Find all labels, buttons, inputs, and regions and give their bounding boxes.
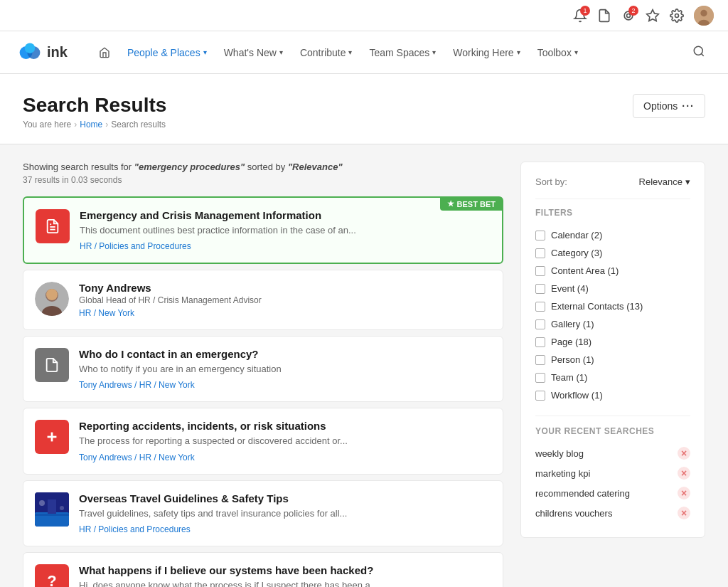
filter-calendar[interactable]: Calendar (2) <box>535 226 690 244</box>
topbar: 1 2 <box>0 0 728 31</box>
filter-gallery[interactable]: Gallery (1) <box>535 315 690 333</box>
result-title: Tony Andrews <box>79 282 491 294</box>
filter-external-contacts[interactable]: External Contacts (13) <box>535 297 690 315</box>
filters-title: Filters <box>535 199 690 218</box>
filter-team[interactable]: Team (1) <box>535 369 690 386</box>
result-path[interactable]: HR / Policies and Procedures <box>79 524 491 534</box>
document-icon[interactable] <box>597 9 611 23</box>
result-role: Global Head of HR / Crisis Management Ad… <box>79 295 491 305</box>
sort-value[interactable]: Relevance ▾ <box>639 176 690 187</box>
recent-search-item[interactable]: weekly blog × <box>535 443 690 463</box>
svg-line-11 <box>701 53 703 55</box>
recent-search-item[interactable]: recommended catering × <box>535 483 690 503</box>
svg-point-10 <box>694 46 702 55</box>
filter-person[interactable]: Person (1) <box>535 351 690 369</box>
result-item[interactable]: ? What happens if I believe our systems … <box>23 552 503 587</box>
logo[interactable]: ink <box>17 40 68 65</box>
result-path[interactable]: Tony Andrews / HR / New York <box>79 453 491 462</box>
filter-event[interactable]: Event (4) <box>535 280 690 297</box>
svg-point-9 <box>25 43 35 53</box>
nav-working-here[interactable]: Working Here ▾ <box>444 41 528 64</box>
nav-search-icon[interactable] <box>687 39 711 66</box>
result-description: Hi, does anyone know what the process is… <box>79 579 491 587</box>
filter-category[interactable]: Category (3) <box>535 244 690 262</box>
svg-rect-22 <box>48 499 56 514</box>
result-icon <box>35 420 69 454</box>
breadcrumb: You are here › Home › Search results <box>23 120 166 129</box>
user-avatar[interactable] <box>694 6 714 26</box>
search-count: 37 results in 0.03 seconds <box>23 175 503 185</box>
svg-rect-25 <box>35 514 69 516</box>
chevron-down-icon: ▾ <box>432 48 436 56</box>
nav-toolbox[interactable]: Toolbox ▾ <box>529 41 587 64</box>
recent-search-item[interactable]: marketing kpi × <box>535 463 690 483</box>
navbar: ink People & Places ▾ What's New ▾ Contr… <box>0 31 728 74</box>
sidebar-panel: Sort by: Relevance ▾ Filters Calendar (2… <box>520 162 705 587</box>
result-icon <box>35 348 69 382</box>
filter-checkbox[interactable] <box>535 266 545 276</box>
result-item[interactable]: ★ BEST BET Emergency and Crisis Manageme… <box>23 196 503 264</box>
nav-home[interactable] <box>90 41 119 64</box>
chevron-down-icon: ▾ <box>203 48 207 56</box>
svg-marker-2 <box>647 9 659 21</box>
notifications-icon[interactable]: 1 <box>573 9 587 23</box>
main-content: Showing search results for "emergency pr… <box>0 144 728 587</box>
page-title: Search Results <box>23 94 166 117</box>
watch-icon[interactable]: 2 <box>621 9 636 23</box>
filter-page[interactable]: Page (18) <box>535 333 690 351</box>
filter-checkbox[interactable] <box>535 248 545 258</box>
remove-recent-search-button[interactable]: × <box>678 467 690 480</box>
results-area: Showing search results for "emergency pr… <box>23 162 503 587</box>
result-item[interactable]: Reporting accidents, incidents, or risk … <box>23 408 503 474</box>
filter-checkbox[interactable] <box>535 355 545 365</box>
remove-recent-search-button[interactable]: × <box>678 487 690 499</box>
result-title: Reporting accidents, incidents, or risk … <box>79 420 491 432</box>
result-icon: ? <box>35 564 69 587</box>
star-icon[interactable] <box>646 9 660 23</box>
notifications-badge: 1 <box>580 6 590 16</box>
options-dots-icon: ··· <box>682 100 695 112</box>
filter-content-area[interactable]: Content Area (1) <box>535 262 690 280</box>
result-title: Emergency and Crisis Management Informat… <box>80 209 491 221</box>
result-item[interactable]: Overseas Travel Guidelines & Safety Tips… <box>23 480 503 546</box>
nav-people-places[interactable]: People & Places ▾ <box>119 41 215 64</box>
sort-row: Sort by: Relevance ▾ <box>535 176 690 187</box>
result-path[interactable]: HR / Policies and Procedures <box>80 241 491 251</box>
svg-point-5 <box>700 9 707 16</box>
filter-checkbox[interactable] <box>535 302 545 312</box>
nav-contribute[interactable]: Contribute ▾ <box>291 41 361 64</box>
travel-thumbnail <box>35 492 69 527</box>
svg-point-3 <box>675 14 679 17</box>
filter-checkbox[interactable] <box>535 284 545 294</box>
result-icon <box>36 209 70 243</box>
filter-checkbox[interactable] <box>535 231 545 240</box>
chevron-down-icon: ▾ <box>348 48 352 56</box>
settings-icon[interactable] <box>670 9 684 23</box>
result-item[interactable]: Who do I contact in an emergency? Who to… <box>23 336 503 402</box>
filter-checkbox[interactable] <box>535 319 545 329</box>
remove-recent-search-button[interactable]: × <box>678 507 690 519</box>
filter-checkbox[interactable] <box>535 337 545 347</box>
sort-label: Sort by: <box>535 176 567 187</box>
search-meta: Showing search results for "emergency pr… <box>23 162 503 172</box>
svg-point-17 <box>46 289 58 300</box>
result-title: Overseas Travel Guidelines & Safety Tips <box>79 492 491 504</box>
chevron-down-icon: ▾ <box>279 48 283 56</box>
breadcrumb-home[interactable]: Home <box>80 120 102 129</box>
svg-point-24 <box>60 506 64 510</box>
nav-team-spaces[interactable]: Team Spaces ▾ <box>360 41 444 64</box>
options-button[interactable]: Options ··· <box>633 94 705 118</box>
result-item[interactable]: Tony Andrews Global Head of HR / Crisis … <box>23 270 503 330</box>
recent-searches-title: Your Recent Searches <box>535 416 690 436</box>
filter-checkbox[interactable] <box>535 373 545 383</box>
recent-search-item[interactable]: childrens vouchers × <box>535 503 690 523</box>
filter-workflow[interactable]: Workflow (1) <box>535 386 690 404</box>
remove-recent-search-button[interactable]: × <box>678 447 690 460</box>
result-description: This document outlines best practice inf… <box>80 224 491 237</box>
nav-whats-new[interactable]: What's New ▾ <box>215 41 291 64</box>
result-path[interactable]: HR / New York <box>79 308 491 318</box>
filter-checkbox[interactable] <box>535 391 545 401</box>
result-description: Travel guidelines, safety tips and trave… <box>79 507 491 520</box>
result-path[interactable]: Tony Andrews / HR / New York <box>79 380 491 390</box>
chevron-down-icon: ▾ <box>574 48 578 56</box>
